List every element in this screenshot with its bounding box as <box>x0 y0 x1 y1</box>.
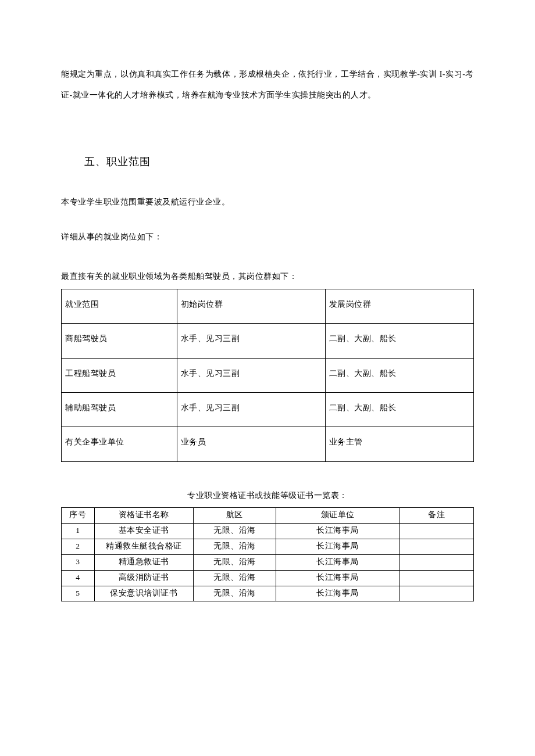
table-row: 序号 资格证书名称 航区 颁证单位 备注 <box>62 508 474 524</box>
sub-paragraph-1: 本专业学生职业范围重要波及航运行业企业。 <box>61 192 474 213</box>
table-cell: 5 <box>62 586 95 601</box>
table-row: 4 高级消防证书 无限、沿海 长江海事局 <box>62 570 474 586</box>
table-cell: 工程船驾驶员 <box>62 358 177 392</box>
table-cell: 水手、见习三副 <box>177 358 325 392</box>
table-cell: 业务员 <box>177 427 325 461</box>
table2-caption: 专业职业资格证书或技能等级证书一览表： <box>61 485 474 506</box>
table-row: 有关企事业单位 业务员 业务主管 <box>62 427 474 461</box>
table-cell: 长江海事局 <box>276 539 400 554</box>
table-row: 5 保安意识培训证书 无限、沿海 长江海事局 <box>62 586 474 601</box>
table-cell: 精通救生艇筏合格证 <box>94 539 193 554</box>
table-cell <box>400 554 474 570</box>
sub-paragraph-2: 详细从事的就业岗位如下： <box>61 227 474 248</box>
table-cell: 无限、沿海 <box>193 554 276 570</box>
table-cell: 二副、大副、船长 <box>325 392 473 427</box>
table-cell: 长江海事局 <box>276 570 400 586</box>
table-cell: 4 <box>62 570 95 586</box>
table-cell: 二副、大副、船长 <box>325 324 473 358</box>
table-row: 3 精通急救证书 无限、沿海 长江海事局 <box>62 554 474 570</box>
table-cell: 3 <box>62 554 95 570</box>
table-header-cell: 序号 <box>62 508 95 524</box>
table-cell <box>400 586 474 601</box>
table-row: 2 精通救生艇筏合格证 无限、沿海 长江海事局 <box>62 539 474 554</box>
table-header-cell: 备注 <box>400 508 474 524</box>
table-header-cell: 航区 <box>193 508 276 524</box>
table-header-cell: 发展岗位群 <box>325 289 473 323</box>
table-header-cell: 资格证书名称 <box>94 508 193 524</box>
intro-paragraph: 能规定为重点，以仿真和真实工作任务为载体，形成根植央企，依托行业，工学结合，实现… <box>61 64 474 106</box>
table-cell: 辅助船驾驶员 <box>62 392 177 427</box>
table-cell: 精通急救证书 <box>94 554 193 570</box>
certificates-table: 序号 资格证书名称 航区 颁证单位 备注 1 基本安全证书 无限、沿海 长江海事… <box>61 507 474 601</box>
table-cell: 业务主管 <box>325 427 473 461</box>
table-row: 就业范围 初始岗位群 发展岗位群 <box>62 289 474 323</box>
table-header-cell: 颁证单位 <box>276 508 400 524</box>
table-cell: 长江海事局 <box>276 554 400 570</box>
table-cell: 水手、见习三副 <box>177 392 325 427</box>
table-cell: 长江海事局 <box>276 586 400 601</box>
table-cell: 水手、见习三副 <box>177 324 325 358</box>
section-title: 五、职业范围 <box>84 148 474 175</box>
table-cell: 有关企事业单位 <box>62 427 177 461</box>
table-cell: 二副、大副、船长 <box>325 358 473 392</box>
table-cell: 基本安全证书 <box>94 523 193 539</box>
table-header-cell: 初始岗位群 <box>177 289 325 323</box>
table-cell: 无限、沿海 <box>193 523 276 539</box>
table-cell: 保安意识培训证书 <box>94 586 193 601</box>
table-cell: 无限、沿海 <box>193 570 276 586</box>
table-cell: 2 <box>62 539 95 554</box>
table-row: 工程船驾驶员 水手、见习三副 二副、大副、船长 <box>62 358 474 392</box>
table-row: 1 基本安全证书 无限、沿海 长江海事局 <box>62 523 474 539</box>
table-cell: 无限、沿海 <box>193 586 276 601</box>
table-cell <box>400 570 474 586</box>
table-cell: 1 <box>62 523 95 539</box>
table-cell: 长江海事局 <box>276 523 400 539</box>
table-cell <box>400 539 474 554</box>
job-positions-table: 就业范围 初始岗位群 发展岗位群 商船驾驶员 水手、见习三副 二副、大副、船长 … <box>61 289 474 462</box>
table-cell: 高级消防证书 <box>94 570 193 586</box>
table1-caption: 最直接有关的就业职业领域为各类船舶驾驶员，其岗位群如下： <box>61 266 474 287</box>
table-cell: 无限、沿海 <box>193 539 276 554</box>
table-cell <box>400 523 474 539</box>
table-row: 商船驾驶员 水手、见习三副 二副、大副、船长 <box>62 324 474 358</box>
table-cell: 商船驾驶员 <box>62 324 177 358</box>
table-header-cell: 就业范围 <box>62 289 177 323</box>
table-row: 辅助船驾驶员 水手、见习三副 二副、大副、船长 <box>62 392 474 427</box>
